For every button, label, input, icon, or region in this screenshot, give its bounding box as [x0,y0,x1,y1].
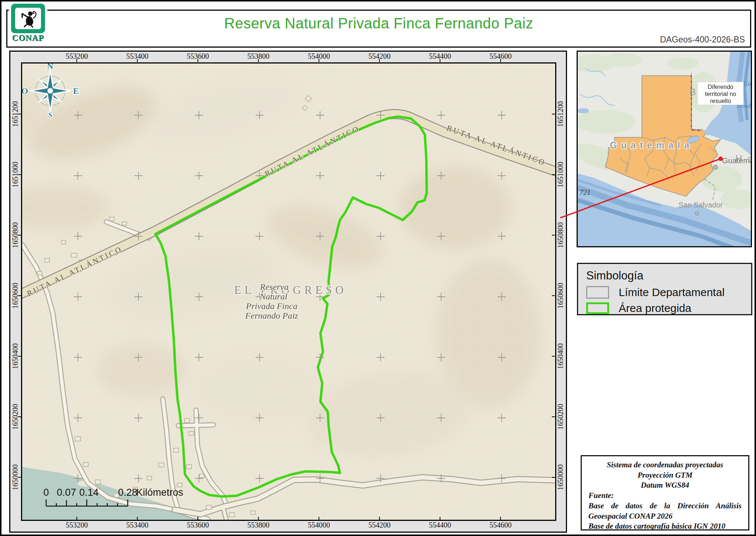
axis-tick-label: 553400 [126,521,148,529]
axis-tick [137,59,138,62]
axis-tick-label: 554000 [308,521,330,529]
inset-country-label: G u a t e m a l a [610,140,690,150]
axis-tick [76,59,77,62]
crs-line3: Datum WGS84 [588,480,742,491]
axis-tick-label: 554400 [429,521,451,529]
monkey-icon [11,4,45,33]
compass-e: E [73,86,79,96]
axis-tick-label: 1650400 [556,343,565,369]
axis-tick-label: 553600 [187,521,209,529]
axis-tick [18,174,21,175]
inset-sea-label-1: Gu [743,80,751,87]
axis-tick [552,416,555,417]
inset-map: B Gu Hond G u a t e m a l a Guatemala 72… [577,51,752,247]
legend-item-area: Área protegida [586,302,751,315]
axis-tick [319,517,319,520]
axis-tick [552,295,555,296]
main-map: 0 0.07 0.14 0.28 Kilómetros EL PROGRESO … [21,62,556,521]
reserve-label-line4: Fernando Paiz [245,311,298,320]
inset-sansalvador-label: San Salvador [678,201,723,209]
axis-tick-label: 553800 [247,521,269,529]
legend-item-label: Área protegida [619,302,691,315]
axis-tick [258,59,259,62]
town-label: EL PROGRESO [234,284,347,296]
inset-sansalvador-dot [695,212,699,215]
axis-tick [18,356,21,357]
axis-tick [552,114,555,114]
axis-tick-label: 554600 [489,521,512,529]
inset-city-dot [713,165,718,169]
scale-028: 0.28 [118,487,138,498]
reserve-label-line1: Reserva [260,282,288,292]
axis-tick [18,477,21,478]
scale-007: 0.07 [57,487,76,498]
sheet-code: DAGeos-400-2026-BS [660,35,745,45]
source-line2: Base de datos cartografía básica IGN 201… [588,521,742,532]
axis-tick-label: 554200 [368,521,391,529]
protected-area-swatch [586,302,609,314]
axis-tick-label: 553200 [66,521,88,529]
axis-tick-label: 1650600 [556,283,565,309]
callout-line2: territorial no [705,91,736,97]
callout-line3: resuelto [710,98,731,104]
axis-tick [197,517,198,520]
inset-honduras-label: H o [735,153,751,164]
compass-s: S [48,111,52,119]
axis-tick [197,59,198,62]
page-title: Reserva Natural Privada Finca Fernando P… [7,15,750,32]
axis-tick-label: 1651200 [556,101,565,127]
axis-tick [18,295,21,296]
legend: Simbología Límite Departamental Área pro… [577,263,752,315]
axis-tick [18,416,21,417]
axis-tick [319,59,319,62]
axis-tick-label: 1651000 [556,162,565,188]
axis-tick [552,174,555,175]
inset-depth-label: 721 [580,188,591,196]
fuente-label: Fuente: [588,491,742,501]
header: Reserva Natural Privada Finca Fernando P… [6,10,751,48]
legend-item-limite: Límite Departamental [586,286,751,299]
axis-tick [552,235,555,236]
inset-callout: Diferendo territorial no resuelto [698,82,743,105]
axis-tick [18,114,21,114]
conap-logo: CONAP [9,4,47,45]
main-map-canvas: 0 0.07 0.14 0.28 Kilómetros EL PROGRESO … [22,63,555,520]
axis-tick [258,517,259,520]
axis-tick [440,59,440,62]
axis-tick [379,59,380,62]
axis-tick [552,356,555,357]
reserve-label-line2: Natural [260,292,288,301]
axis-tick [137,517,138,520]
axis-tick [379,517,380,520]
inset-canvas: B Gu Hond G u a t e m a l a Guatemala 72… [578,52,751,246]
main-map-frame: 0 0.07 0.14 0.28 Kilómetros EL PROGRESO … [9,51,567,533]
axis-tick-label: 1650800 [556,222,565,248]
axis-tick [18,235,21,236]
inset-belize-label: B [690,86,696,97]
crs-line2: Proyección GTM [588,470,742,481]
scale-unit: Kilómetros [136,487,183,498]
conap-logo-label: CONAP [12,33,44,43]
legend-title: Simbología [586,269,751,282]
axis-tick [500,59,501,62]
compass-n: N [47,63,54,71]
axis-tick [500,517,501,520]
source-line1: Base de datos de la Dirección Análisis G… [588,501,742,521]
compass-o: O [22,86,28,96]
crs-line1: Sistema de coordenadas proyectadas [588,460,742,470]
reserve-label-line3: Privada Finca [245,301,297,311]
axis-tick [552,477,555,478]
scale-014: 0.14 [79,487,99,498]
axis-tick-label: 1650000 [556,464,565,490]
axis-tick [440,517,440,520]
scale-0: 0 [43,487,49,498]
map-sheet: Reserva Natural Privada Finca Fernando P… [0,0,756,536]
legend-item-label: Límite Departamental [619,286,725,299]
axis-tick-label: 1650200 [556,404,565,430]
axis-tick [76,517,77,520]
info-box: Sistema de coordenadas proyectadas Proye… [581,455,749,530]
dept-boundary-swatch [586,286,609,299]
callout-line1: Diferendo [708,84,733,90]
